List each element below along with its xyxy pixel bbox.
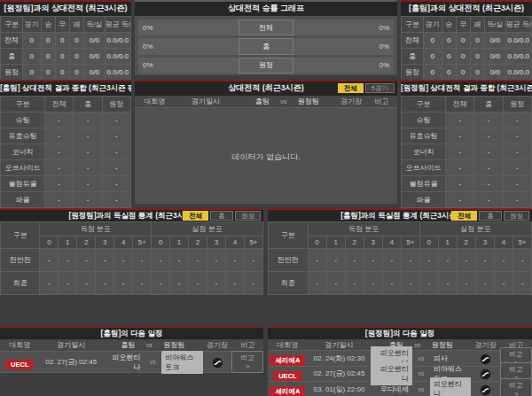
col-header: 경기 bbox=[423, 17, 442, 33]
stat-cell: 0/0 bbox=[84, 33, 106, 49]
tab-all[interactable]: 전체 bbox=[183, 211, 208, 221]
vs-label: vs bbox=[275, 98, 293, 105]
row-label: 오프사이드 bbox=[402, 160, 446, 176]
stat-cell: - bbox=[438, 272, 457, 295]
stadium-icon[interactable] bbox=[480, 384, 491, 396]
panel-schedule-home: [홈팀]의 다음 일정 대회명 경기일시 홈팀 vs 원정팀 경기장 비고 UE… bbox=[0, 326, 263, 373]
table-row: 전반전 - - - - - - - - - - - - bbox=[1, 249, 263, 272]
stat-cell: - bbox=[207, 249, 225, 272]
stat-cell: 0 bbox=[442, 65, 456, 81]
stat-cell: 0/0 bbox=[485, 65, 506, 81]
stat-cell: - bbox=[114, 272, 133, 295]
stat-cell: - bbox=[74, 192, 102, 208]
stat-cell: - bbox=[44, 113, 73, 128]
stat-cell: - bbox=[74, 144, 102, 160]
table-bins-row: 0 1 2 3 4 5+ 0 1 2 3 4 5+ bbox=[1, 237, 263, 249]
table-row: 홈 0 0 0 0 0/0 0.0/0.0 bbox=[1, 49, 131, 65]
schedule-row: UECL 02. 27(금) 02:45 피오렌티나 vs 비아워스토크 비고 … bbox=[0, 352, 263, 373]
stat-cell: - bbox=[225, 249, 244, 272]
winrate-row-label: 원정 bbox=[239, 58, 293, 74]
row-label: 오프사이드 bbox=[1, 160, 45, 176]
row-label: 코너킥 bbox=[1, 144, 45, 160]
col-header: 원정 bbox=[503, 97, 531, 113]
note-button[interactable]: 비고 > bbox=[500, 378, 532, 396]
col-header-datetime: 경기일시 bbox=[40, 340, 103, 350]
col-header: 구분 bbox=[1, 17, 23, 33]
tab-home[interactable]: 홈 bbox=[210, 211, 233, 221]
col-header-league: 대회명 bbox=[135, 97, 174, 106]
tab-home[interactable]: 홈 bbox=[479, 211, 502, 221]
panel-h2h-vs-away: [원정팀]과의 상대전적 (최근3시즌) 구분 경기 승 무 패 득/실 평균 … bbox=[0, 0, 131, 75]
home-winrate-bar: 0% bbox=[138, 58, 239, 74]
stat-cell: - bbox=[457, 272, 475, 295]
stat-cell: 0 bbox=[442, 49, 456, 65]
tab-last5[interactable]: 5경기 bbox=[365, 83, 395, 93]
stat-cell: - bbox=[474, 192, 503, 208]
stat-cell: 0/0 bbox=[84, 65, 106, 81]
col-header-datetime: 경기일시 bbox=[308, 340, 372, 350]
panel-title: 상대전적 승률 그래프 bbox=[135, 2, 397, 16]
away-winrate-bar: 0% bbox=[293, 19, 394, 35]
table-row: 볼점유율 - - - bbox=[1, 176, 131, 192]
panel-title: [원정팀]과의 상대전적 (최근3시즌) bbox=[0, 2, 131, 16]
stat-cell: 0 bbox=[55, 33, 69, 49]
group-header-scored: 득점 분포 bbox=[40, 222, 152, 237]
stat-cell: - bbox=[512, 249, 531, 272]
stat-cell: 0.0/0.0 bbox=[505, 49, 531, 65]
stat-cell: - bbox=[445, 192, 473, 208]
winrate-row: 0% 원정 0% bbox=[138, 58, 394, 74]
stat-cell: - bbox=[326, 272, 345, 295]
stat-cell: 0 bbox=[69, 49, 83, 65]
winrate-row: 0% 홈 0% bbox=[138, 38, 394, 54]
stat-cell: 0 bbox=[456, 49, 470, 65]
stat-cell: - bbox=[74, 113, 102, 128]
bin-header: 2 bbox=[345, 237, 364, 249]
tab-away[interactable]: 원정 bbox=[504, 211, 529, 221]
row-label: 원정 bbox=[402, 65, 424, 81]
bin-header: 2 bbox=[77, 237, 96, 249]
stadium-icon[interactable] bbox=[212, 357, 223, 369]
stadium-icon[interactable] bbox=[480, 353, 491, 365]
stat-cell: 0.0/0.0 bbox=[105, 65, 130, 81]
stadium-icon[interactable] bbox=[480, 369, 491, 380]
col-header: 구분 bbox=[1, 97, 45, 113]
stat-cell: 0 bbox=[423, 49, 442, 65]
stat-cell: - bbox=[382, 249, 401, 272]
stat-cell: - bbox=[152, 272, 170, 295]
tab-away[interactable]: 원정 bbox=[235, 211, 261, 221]
away-winrate-value: 0% bbox=[374, 43, 394, 50]
bin-header: 1 bbox=[326, 237, 345, 249]
row-label: 슈팅 bbox=[402, 113, 446, 128]
schedule-row: 세리에A 03. 01(일) 22:00 우디네세 vs 피오렌티나 비고 > bbox=[268, 382, 532, 396]
stat-cell: - bbox=[503, 176, 531, 192]
panel-goal-stats-home: [홈팀]과의 득실점 통계 (최근3시즌) 전체 홈 원정 구분 득점 분포 실… bbox=[268, 208, 532, 290]
stat-cell: - bbox=[44, 192, 73, 208]
stat-cell: - bbox=[474, 160, 503, 176]
stat-cell: - bbox=[401, 249, 419, 272]
table-row: 파울 - - - bbox=[1, 192, 131, 208]
bin-header: 4 bbox=[494, 237, 512, 249]
col-header-venue: 경기장 bbox=[337, 97, 366, 106]
table-row: 최종 - - - - - - - - - - - - bbox=[269, 272, 532, 295]
stat-cell: 0 bbox=[423, 65, 442, 81]
bin-header: 1 bbox=[438, 237, 457, 249]
stat-cell: 0/0 bbox=[485, 49, 506, 65]
table-row: 홈 0 0 0 0 0/0 0.0/0.0 bbox=[402, 49, 532, 65]
stat-cell: - bbox=[474, 128, 503, 144]
note-button[interactable]: 비고 > bbox=[231, 351, 263, 373]
table-row: 유효슈팅 - - - bbox=[402, 128, 532, 144]
col-header: 홈 bbox=[74, 97, 102, 113]
col-header: 평균 득/실 bbox=[505, 17, 531, 33]
stat-cell: 0 bbox=[69, 33, 83, 49]
stat-cell: - bbox=[207, 272, 225, 295]
stat-cell: - bbox=[503, 144, 531, 160]
stat-cell: - bbox=[170, 249, 189, 272]
panel-title: [홈팀] 상대전적 결과 종합 (최근3시즌 평균) bbox=[0, 82, 131, 96]
col-header: 패 bbox=[470, 17, 484, 33]
bin-header: 5+ bbox=[244, 237, 262, 249]
tab-all[interactable]: 전체 bbox=[338, 83, 364, 93]
col-header: 전체 bbox=[445, 97, 473, 113]
stat-cell: - bbox=[503, 128, 531, 144]
tab-all[interactable]: 전체 bbox=[451, 211, 477, 221]
panel-summary-away: [원정팀] 상대전적 결과 종합 (최근3시즌 평균) 구분 전체 홈 원정 슈… bbox=[401, 80, 532, 204]
